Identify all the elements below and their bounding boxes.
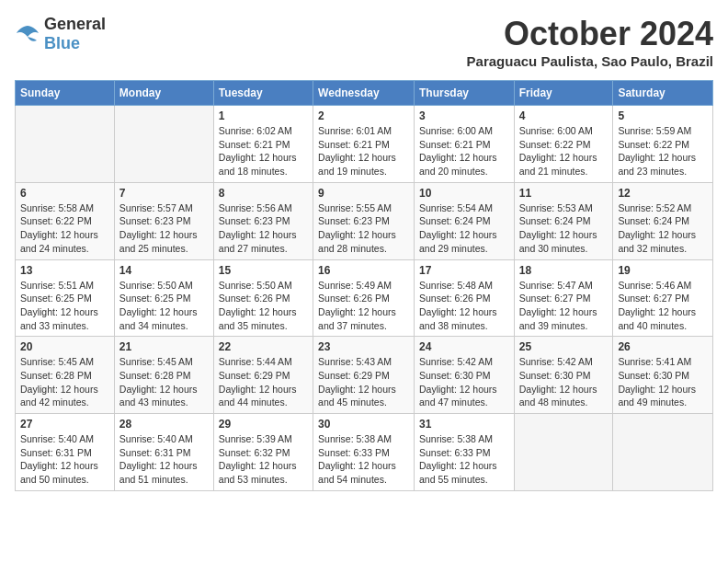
sunset-text: Sunset: 6:29 PM bbox=[318, 370, 390, 381]
day-number: 10 bbox=[419, 187, 509, 200]
calendar-week-3: 13Sunrise: 5:51 AMSunset: 6:25 PMDayligh… bbox=[16, 259, 713, 337]
calendar-body: 1Sunrise: 6:02 AMSunset: 6:21 PMDaylight… bbox=[16, 106, 713, 491]
calendar-week-2: 6Sunrise: 5:58 AMSunset: 6:22 PMDaylight… bbox=[16, 182, 713, 259]
sunset-text: Sunset: 6:23 PM bbox=[119, 215, 191, 226]
sunrise-text: Sunrise: 5:39 AM bbox=[219, 433, 292, 444]
daylight-text: Daylight: 12 hours and 19 minutes. bbox=[318, 152, 396, 177]
sunset-text: Sunset: 6:27 PM bbox=[519, 293, 591, 304]
sunset-text: Sunset: 6:22 PM bbox=[618, 139, 689, 150]
day-info: Sunrise: 6:00 AMSunset: 6:22 PMDaylight:… bbox=[519, 124, 609, 178]
day-info: Sunrise: 5:56 AMSunset: 6:23 PMDaylight:… bbox=[219, 201, 308, 256]
sunset-text: Sunset: 6:24 PM bbox=[419, 215, 491, 226]
calendar-cell: 18Sunrise: 5:47 AMSunset: 6:27 PMDayligh… bbox=[514, 259, 613, 337]
sunrise-text: Sunrise: 5:43 AM bbox=[318, 356, 392, 367]
day-info: Sunrise: 5:44 AMSunset: 6:29 PMDaylight:… bbox=[219, 355, 308, 409]
calendar-week-1: 1Sunrise: 6:02 AMSunset: 6:21 PMDaylight… bbox=[16, 106, 713, 183]
col-sunday: Sunday bbox=[16, 81, 115, 106]
sunrise-text: Sunrise: 5:40 AM bbox=[119, 433, 193, 444]
day-info: Sunrise: 5:42 AMSunset: 6:30 PMDaylight:… bbox=[419, 355, 509, 409]
calendar-cell: 22Sunrise: 5:44 AMSunset: 6:29 PMDayligh… bbox=[213, 337, 313, 414]
day-number: 18 bbox=[519, 264, 609, 277]
sunset-text: Sunset: 6:31 PM bbox=[20, 447, 92, 458]
sunset-text: Sunset: 6:29 PM bbox=[219, 370, 290, 381]
day-info: Sunrise: 5:45 AMSunset: 6:28 PMDaylight:… bbox=[119, 355, 209, 409]
daylight-text: Daylight: 12 hours and 39 minutes. bbox=[519, 306, 597, 331]
sunrise-text: Sunrise: 5:42 AM bbox=[419, 356, 493, 367]
calendar-cell: 31Sunrise: 5:38 AMSunset: 6:33 PMDayligh… bbox=[414, 414, 514, 491]
sunrise-text: Sunrise: 5:59 AM bbox=[618, 125, 691, 136]
sunrise-text: Sunrise: 6:01 AM bbox=[318, 125, 392, 136]
day-info: Sunrise: 5:41 AMSunset: 6:30 PMDaylight:… bbox=[618, 355, 708, 409]
col-monday: Monday bbox=[114, 81, 213, 106]
location-subtitle: Paraguacu Paulista, Sao Paulo, Brazil bbox=[467, 53, 713, 69]
sunrise-text: Sunrise: 5:42 AM bbox=[519, 356, 593, 367]
sunrise-text: Sunrise: 5:53 AM bbox=[519, 202, 593, 213]
daylight-text: Daylight: 12 hours and 27 minutes. bbox=[219, 229, 297, 254]
sunrise-text: Sunrise: 5:58 AM bbox=[20, 202, 94, 213]
sunset-text: Sunset: 6:30 PM bbox=[419, 370, 491, 381]
sunrise-text: Sunrise: 5:50 AM bbox=[119, 280, 193, 291]
sunset-text: Sunset: 6:33 PM bbox=[419, 447, 491, 458]
day-info: Sunrise: 5:40 AMSunset: 6:31 PMDaylight:… bbox=[119, 432, 209, 487]
sunrise-text: Sunrise: 5:49 AM bbox=[318, 280, 392, 291]
sunset-text: Sunset: 6:30 PM bbox=[519, 370, 591, 381]
calendar-cell: 16Sunrise: 5:49 AMSunset: 6:26 PMDayligh… bbox=[313, 259, 415, 337]
daylight-text: Daylight: 12 hours and 30 minutes. bbox=[519, 229, 597, 254]
sunrise-text: Sunrise: 6:00 AM bbox=[419, 125, 493, 136]
day-info: Sunrise: 5:59 AMSunset: 6:22 PMDaylight:… bbox=[618, 124, 708, 178]
calendar-cell: 23Sunrise: 5:43 AMSunset: 6:29 PMDayligh… bbox=[313, 337, 415, 414]
daylight-text: Daylight: 12 hours and 44 minutes. bbox=[219, 384, 297, 408]
day-number: 13 bbox=[20, 264, 109, 277]
sunset-text: Sunset: 6:24 PM bbox=[618, 215, 689, 226]
sunrise-text: Sunrise: 5:51 AM bbox=[20, 280, 94, 291]
calendar-cell: 28Sunrise: 5:40 AMSunset: 6:31 PMDayligh… bbox=[114, 414, 213, 491]
daylight-text: Daylight: 12 hours and 33 minutes. bbox=[20, 306, 98, 331]
day-number: 1 bbox=[219, 109, 308, 122]
calendar-table: Sunday Monday Tuesday Wednesday Thursday… bbox=[15, 80, 713, 491]
day-number: 4 bbox=[519, 109, 609, 122]
day-number: 6 bbox=[20, 187, 109, 200]
day-info: Sunrise: 5:39 AMSunset: 6:32 PMDaylight:… bbox=[219, 432, 308, 487]
daylight-text: Daylight: 12 hours and 42 minutes. bbox=[20, 384, 98, 408]
day-info: Sunrise: 5:52 AMSunset: 6:24 PMDaylight:… bbox=[618, 201, 708, 256]
day-number: 19 bbox=[618, 264, 708, 277]
day-info: Sunrise: 5:49 AMSunset: 6:26 PMDaylight:… bbox=[318, 279, 409, 333]
calendar-week-5: 27Sunrise: 5:40 AMSunset: 6:31 PMDayligh… bbox=[16, 414, 713, 491]
day-number: 3 bbox=[419, 109, 509, 122]
sunrise-text: Sunrise: 5:45 AM bbox=[20, 356, 94, 367]
col-thursday: Thursday bbox=[414, 81, 514, 106]
day-number: 26 bbox=[618, 340, 708, 353]
sunrise-text: Sunrise: 5:44 AM bbox=[219, 356, 292, 367]
day-info: Sunrise: 5:50 AMSunset: 6:25 PMDaylight:… bbox=[119, 279, 209, 333]
calendar-cell: 20Sunrise: 5:45 AMSunset: 6:28 PMDayligh… bbox=[16, 337, 115, 414]
day-number: 21 bbox=[119, 340, 209, 353]
title-block: October 2024 Paraguacu Paulista, Sao Pau… bbox=[467, 15, 713, 69]
sunrise-text: Sunrise: 5:46 AM bbox=[618, 280, 691, 291]
sunset-text: Sunset: 6:32 PM bbox=[219, 447, 290, 458]
calendar-cell: 9Sunrise: 5:55 AMSunset: 6:23 PMDaylight… bbox=[313, 182, 415, 259]
day-info: Sunrise: 5:51 AMSunset: 6:25 PMDaylight:… bbox=[20, 279, 109, 333]
calendar-cell bbox=[613, 414, 713, 491]
day-info: Sunrise: 5:45 AMSunset: 6:28 PMDaylight:… bbox=[20, 355, 109, 409]
calendar-cell: 24Sunrise: 5:42 AMSunset: 6:30 PMDayligh… bbox=[414, 337, 514, 414]
sunset-text: Sunset: 6:26 PM bbox=[419, 293, 491, 304]
day-info: Sunrise: 6:02 AMSunset: 6:21 PMDaylight:… bbox=[219, 124, 308, 178]
daylight-text: Daylight: 12 hours and 20 minutes. bbox=[419, 152, 497, 177]
daylight-text: Daylight: 12 hours and 45 minutes. bbox=[318, 384, 396, 408]
day-info: Sunrise: 5:40 AMSunset: 6:31 PMDaylight:… bbox=[20, 432, 109, 487]
day-number: 17 bbox=[419, 264, 509, 277]
sunset-text: Sunset: 6:28 PM bbox=[119, 370, 191, 381]
sunset-text: Sunset: 6:22 PM bbox=[519, 139, 591, 150]
day-info: Sunrise: 6:01 AMSunset: 6:21 PMDaylight:… bbox=[318, 124, 409, 178]
day-info: Sunrise: 5:42 AMSunset: 6:30 PMDaylight:… bbox=[519, 355, 609, 409]
sunset-text: Sunset: 6:26 PM bbox=[318, 293, 390, 304]
logo-general: General bbox=[44, 15, 106, 33]
sunset-text: Sunset: 6:28 PM bbox=[20, 370, 92, 381]
daylight-text: Daylight: 12 hours and 29 minutes. bbox=[419, 229, 497, 254]
daylight-text: Daylight: 12 hours and 49 minutes. bbox=[618, 384, 696, 408]
daylight-text: Daylight: 12 hours and 28 minutes. bbox=[318, 229, 396, 254]
sunset-text: Sunset: 6:24 PM bbox=[519, 215, 591, 226]
daylight-text: Daylight: 12 hours and 43 minutes. bbox=[119, 384, 198, 408]
calendar-cell bbox=[16, 106, 115, 183]
daylight-text: Daylight: 12 hours and 38 minutes. bbox=[419, 306, 497, 331]
